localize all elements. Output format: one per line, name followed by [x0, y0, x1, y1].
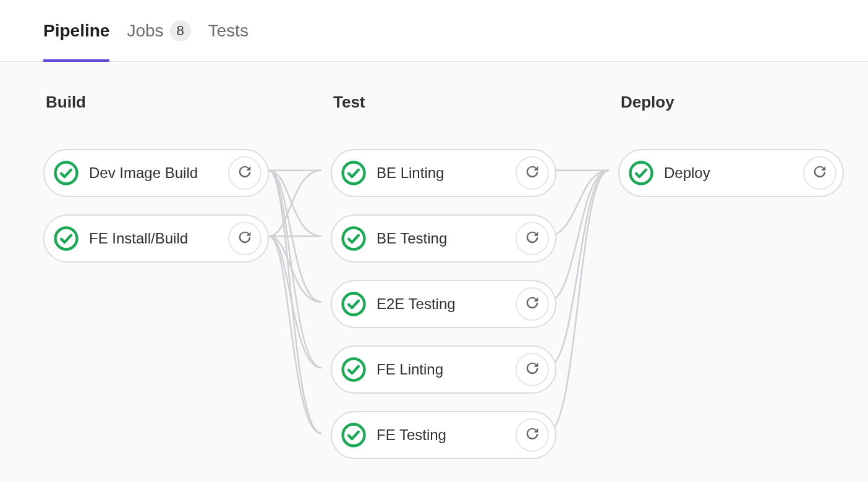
job-name: FE Testing	[377, 426, 506, 444]
check-circle-icon	[341, 291, 367, 317]
job-deploy[interactable]: Deploy	[618, 149, 844, 197]
retry-button[interactable]	[228, 222, 262, 255]
job-fe-install-build[interactable]: FE Install/Build	[43, 214, 269, 263]
retry-button[interactable]	[228, 156, 262, 190]
check-circle-icon	[341, 422, 367, 448]
stage-title: Test	[333, 93, 556, 112]
svg-point-3	[343, 228, 365, 250]
stage-test: Test BE Linting BE Testing E2E Testing	[331, 93, 556, 459]
check-circle-icon	[628, 160, 654, 186]
retry-button[interactable]	[516, 287, 549, 321]
retry-button[interactable]	[516, 222, 549, 255]
retry-icon	[524, 294, 541, 314]
retry-button[interactable]	[516, 353, 549, 386]
retry-icon	[236, 163, 253, 183]
stage-jobs: Dev Image Build FE Install/Build	[43, 149, 269, 263]
stages-row: Build Dev Image Build	[43, 93, 825, 459]
tab-tests[interactable]: Tests	[208, 0, 249, 61]
job-name: BE Testing	[377, 230, 506, 247]
stage-jobs: BE Linting BE Testing E2E Testing FE Lin…	[331, 149, 556, 459]
svg-point-0	[56, 163, 77, 184]
check-circle-icon	[341, 160, 367, 186]
job-fe-linting[interactable]: FE Linting	[331, 345, 556, 394]
job-name: FE Linting	[377, 361, 506, 378]
svg-point-1	[56, 228, 77, 250]
retry-icon	[811, 163, 828, 183]
job-name: Deploy	[664, 164, 793, 182]
job-e2e-testing[interactable]: E2E Testing	[331, 280, 556, 328]
check-circle-icon	[341, 357, 367, 383]
check-circle-icon	[53, 160, 79, 186]
job-be-testing[interactable]: BE Testing	[331, 214, 556, 263]
retry-icon	[524, 360, 541, 379]
job-name: E2E Testing	[377, 295, 506, 313]
tab-tests-label: Tests	[208, 21, 249, 41]
svg-point-7	[631, 163, 652, 184]
stage-title: Deploy	[621, 93, 844, 112]
retry-button[interactable]	[803, 156, 836, 190]
job-name: Dev Image Build	[89, 164, 218, 182]
retry-button[interactable]	[516, 418, 549, 452]
retry-icon	[524, 425, 541, 445]
svg-point-4	[343, 294, 365, 315]
retry-icon	[524, 229, 541, 248]
job-be-linting[interactable]: BE Linting	[331, 149, 556, 197]
retry-button[interactable]	[516, 156, 549, 190]
tab-jobs[interactable]: Jobs 8	[127, 0, 190, 61]
stage-build: Build Dev Image Build	[43, 93, 269, 459]
pipeline-canvas: Build Dev Image Build	[0, 62, 868, 482]
job-name: FE Install/Build	[89, 230, 218, 247]
job-name: BE Linting	[377, 164, 506, 182]
check-circle-icon	[53, 226, 79, 252]
tab-jobs-label: Jobs	[127, 21, 163, 41]
retry-icon	[524, 163, 541, 183]
svg-point-5	[343, 359, 365, 381]
job-fe-testing[interactable]: FE Testing	[331, 411, 556, 459]
tab-pipeline-label: Pipeline	[43, 21, 109, 41]
tab-pipeline[interactable]: Pipeline	[43, 0, 109, 61]
stage-title: Build	[46, 93, 269, 112]
stage-jobs: Deploy	[618, 149, 844, 197]
check-circle-icon	[341, 226, 367, 252]
svg-point-2	[343, 163, 365, 184]
tab-bar: Pipeline Jobs 8 Tests	[0, 0, 868, 62]
retry-icon	[236, 229, 253, 248]
jobs-count-badge: 8	[170, 20, 191, 41]
stage-deploy: Deploy Deploy	[618, 93, 844, 459]
job-dev-image-build[interactable]: Dev Image Build	[43, 149, 269, 197]
svg-point-6	[343, 425, 365, 446]
